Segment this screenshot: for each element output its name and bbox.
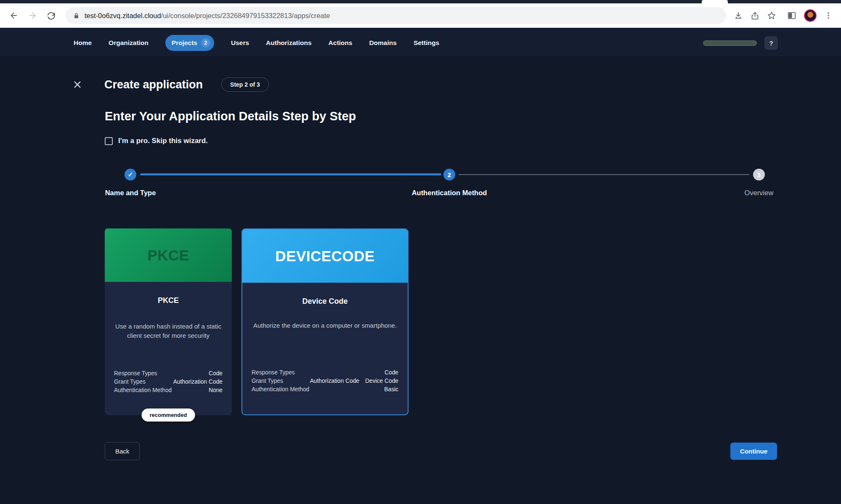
nav-item-authorizations[interactable]: Authorizations [266, 39, 312, 47]
card-description: Use a random hash instead of a static cl… [114, 322, 223, 340]
browser-back-button[interactable] [7, 8, 21, 23]
side-panel-icon [787, 11, 796, 20]
app-navbar: Home Organization Projects2 Users Author… [0, 28, 841, 56]
projects-count-badge: 2 [201, 38, 210, 48]
url-path: /ui/console/projects/232684979153322813/… [161, 12, 330, 19]
pkce-banner-text: PKCE [147, 247, 189, 264]
skip-wizard-label: I'm a pro. Skip this wizard. [118, 137, 208, 145]
browser-tab-strip [0, 0, 841, 3]
card-row-grant-types: Grant Types Authorization Code [114, 379, 223, 385]
share-icon [751, 11, 759, 20]
stepper-connector-upcoming [459, 174, 749, 175]
download-button[interactable] [734, 11, 743, 20]
share-button[interactable] [751, 11, 759, 20]
browser-menu-button[interactable] [824, 11, 833, 20]
browser-toolbar: test-0o6zvq.zitadel.cloud/ui/console/pro… [0, 3, 841, 28]
step-label-authentication-method: Authentication Method [412, 189, 487, 197]
nav-item-actions[interactable]: Actions [329, 39, 353, 47]
step-number: 3 [757, 171, 761, 178]
step-circle-authentication-method[interactable]: 2 [443, 169, 455, 180]
step-number: 2 [448, 171, 451, 178]
step-indicator-badge: Step 2 of 3 [221, 77, 269, 92]
url-domain: test-0o6zvq.zitadel.cloud [85, 12, 161, 19]
card-row-response-types: Response Types Code [114, 370, 223, 377]
wizard-footer: Back Continue [105, 442, 777, 460]
org-loading-skeleton [703, 40, 757, 46]
wizard-title: Create application [104, 78, 203, 91]
card-description: Authorize the device on a computer or sm… [252, 321, 398, 330]
nav-item-organization[interactable]: Organization [109, 39, 149, 47]
nav-item-home[interactable]: Home [74, 39, 92, 47]
auth-method-card-pkce[interactable]: PKCE PKCE Use a random hash instead of a… [105, 228, 232, 415]
browser-profile-avatar[interactable] [804, 9, 817, 22]
stepper-connector-done [140, 173, 441, 175]
progress-stepper: ✓ 2 3 Name and Type Authentication Metho… [105, 169, 777, 209]
step-label-overview: Overview [745, 189, 774, 197]
step-circle-overview[interactable]: 3 [753, 169, 765, 180]
help-button[interactable]: ? [764, 36, 778, 50]
card-row-authentication-method: Authentication Method Basic [252, 386, 398, 393]
card-title: PKCE [114, 296, 223, 305]
active-tab-bottom [702, 0, 728, 3]
devicecode-banner-text: DEVICECODE [275, 248, 374, 265]
bookmark-button[interactable] [767, 11, 776, 20]
wizard-content: Enter Your Application Details Step by S… [0, 109, 841, 460]
skip-wizard-checkbox[interactable] [105, 137, 113, 145]
card-row-authentication-method: Authentication Method None [114, 387, 223, 393]
page-title: Enter Your Application Details Step by S… [105, 109, 777, 123]
url-text: test-0o6zvq.zitadel.cloud/ui/console/pro… [85, 12, 330, 20]
nav-item-projects-label: Projects [172, 39, 197, 47]
back-arrow-icon [9, 11, 19, 20]
nav-item-projects[interactable]: Projects2 [165, 35, 214, 51]
kebab-menu-icon [824, 11, 833, 20]
card-row-response-types: Response Types Code [252, 369, 398, 376]
devicecode-banner: DEVICECODE [242, 229, 408, 283]
refresh-icon [47, 11, 56, 20]
auth-method-cards: PKCE PKCE Use a random hash instead of a… [105, 228, 777, 415]
close-wizard-button[interactable] [72, 79, 83, 90]
address-bar[interactable]: test-0o6zvq.zitadel.cloud/ui/console/pro… [66, 7, 726, 24]
nav-item-domains[interactable]: Domains [369, 39, 396, 47]
wizard-header: Create application Step 2 of 3 [72, 77, 841, 92]
pkce-banner: PKCE [105, 228, 232, 282]
continue-button[interactable]: Continue [730, 443, 777, 460]
side-panel-button[interactable] [787, 11, 796, 20]
download-icon [734, 11, 743, 20]
card-title: Device Code [252, 297, 398, 306]
step-circle-name-and-type[interactable]: ✓ [125, 169, 136, 180]
nav-item-users[interactable]: Users [231, 39, 249, 47]
star-icon [767, 11, 776, 20]
check-icon: ✓ [128, 171, 133, 178]
close-icon [73, 80, 82, 89]
auth-method-card-devicecode[interactable]: DEVICECODE Device Code Authorize the dev… [241, 228, 409, 415]
back-button[interactable]: Back [105, 442, 140, 460]
recommended-badge: recommended [142, 409, 195, 422]
browser-forward-button[interactable] [25, 8, 40, 23]
nav-item-settings[interactable]: Settings [414, 39, 439, 47]
browser-refresh-button[interactable] [44, 8, 58, 23]
lock-icon [73, 13, 80, 19]
forward-arrow-icon [28, 11, 37, 20]
card-row-grant-types: Grant Types Authorization CodeDevice Cod… [252, 378, 398, 384]
skip-wizard-row[interactable]: I'm a pro. Skip this wizard. [105, 137, 777, 145]
step-label-name-and-type: Name and Type [105, 189, 156, 197]
